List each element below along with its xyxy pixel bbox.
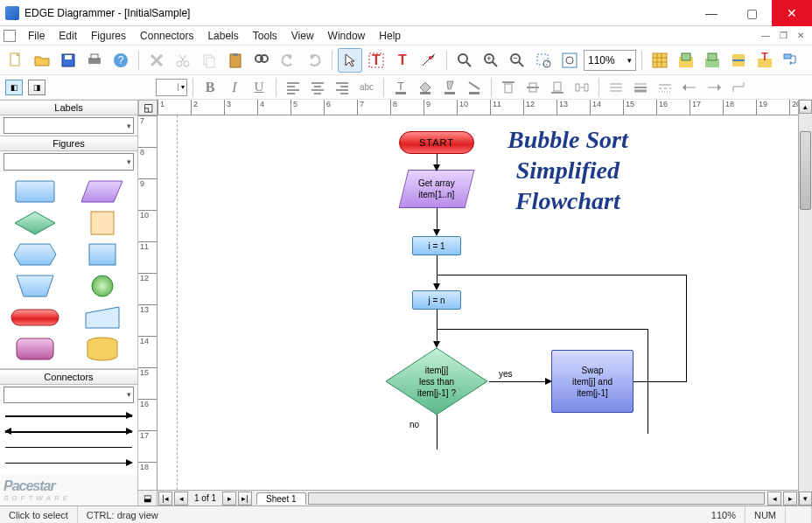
shape-rect2[interactable]	[73, 241, 133, 268]
menu-help[interactable]: Help	[372, 28, 408, 44]
save-button[interactable]	[56, 48, 80, 73]
snap-guide-button[interactable]	[726, 48, 751, 73]
vscrollbar[interactable]: ▴ ▾	[798, 100, 812, 506]
arrow-start-button[interactable]	[678, 77, 701, 98]
diagram-title[interactable]: Bubble SortSimplifiedFlowchart	[508, 124, 628, 216]
line-weight-button[interactable]	[629, 77, 652, 98]
shape-trapezoid[interactable]	[5, 272, 66, 300]
label-yes[interactable]: yes	[499, 369, 513, 379]
valign-mid-button[interactable]	[522, 77, 544, 98]
connector-arrow[interactable]	[5, 408, 132, 424]
label-no[interactable]: no	[410, 420, 419, 429]
copy-button[interactable]	[197, 48, 221, 73]
shape-square[interactable]	[73, 209, 133, 237]
mdi-system-icon[interactable]	[4, 30, 16, 42]
open-button[interactable]	[30, 48, 54, 73]
ruler-vertical[interactable]: 789101112131415161718	[138, 115, 158, 490]
node-start[interactable]: START	[399, 131, 474, 154]
connector-biarrow[interactable]	[5, 424, 132, 440]
mdi-close-button[interactable]: ✕	[793, 29, 808, 43]
print-button[interactable]	[82, 48, 107, 73]
cut-button[interactable]	[171, 48, 195, 73]
mdi-restore-button[interactable]: ❐	[775, 29, 791, 43]
text-tool[interactable]: T	[364, 48, 388, 73]
connector-tool[interactable]	[416, 48, 441, 73]
zoom-out-button[interactable]: −	[505, 48, 529, 73]
connector-thin-arrow[interactable]	[5, 456, 132, 471]
shape-cylinder[interactable]	[73, 335, 133, 363]
shape-hexagon[interactable]	[5, 241, 66, 268]
distribute-h-button[interactable]	[570, 77, 593, 98]
labels-header[interactable]: Labels	[0, 100, 137, 115]
next-page-button[interactable]: ▸	[222, 492, 236, 506]
abc-button[interactable]: abc	[355, 77, 378, 98]
menu-edit[interactable]: Edit	[52, 28, 84, 44]
close-button[interactable]: ✕	[772, 0, 812, 26]
ruler-corner[interactable]: ◱	[138, 100, 158, 115]
bold-button[interactable]: B	[199, 77, 221, 98]
mdi-minimize-button[interactable]: —	[758, 29, 774, 43]
vscroll-up[interactable]: ▴	[799, 100, 812, 114]
help-button[interactable]: ?	[108, 48, 133, 73]
align-right-button[interactable]	[331, 77, 354, 98]
paste-button[interactable]	[223, 48, 248, 73]
align-left-mini[interactable]: ◧	[5, 80, 23, 95]
underline-button[interactable]: U	[248, 77, 270, 98]
font-color-button[interactable]: T	[389, 77, 412, 98]
hscrollbar[interactable]	[308, 492, 765, 505]
shape-roundrect[interactable]	[5, 335, 66, 363]
new-button[interactable]	[4, 48, 28, 73]
hscroll-right[interactable]: ▸	[783, 492, 797, 506]
fill-button[interactable]	[414, 77, 437, 98]
connector-line[interactable]	[5, 440, 132, 456]
fill-color-swatch[interactable]: ▾	[156, 79, 187, 96]
snap-shape-button[interactable]	[700, 48, 724, 73]
canvas[interactable]: Bubble SortSimplifiedFlowchart START Get…	[158, 115, 798, 490]
arrow-end-button[interactable]	[703, 77, 725, 98]
find-button[interactable]	[249, 48, 274, 73]
figures-combo[interactable]	[4, 153, 134, 170]
ruler-horizontal[interactable]: 1234567891011121314151617181920	[158, 100, 798, 115]
snap-grid-button[interactable]	[674, 48, 698, 73]
align-right-mini[interactable]: ◨	[28, 80, 46, 95]
first-page-button[interactable]: |◂	[158, 492, 172, 506]
zoom-tool[interactable]	[452, 48, 477, 73]
valign-top-button[interactable]	[497, 77, 520, 98]
align-left-button[interactable]	[282, 77, 304, 98]
shape-manual[interactable]	[73, 303, 133, 331]
menu-file[interactable]: File	[21, 28, 52, 44]
undo-button[interactable]	[276, 48, 300, 73]
select-tool[interactable]	[338, 48, 362, 73]
menu-window[interactable]: Window	[321, 28, 373, 44]
figures-header[interactable]: Figures	[0, 136, 137, 151]
connectors-header[interactable]: Connectors	[0, 369, 137, 385]
highlight-button[interactable]	[438, 77, 461, 98]
node-decision[interactable]: item[j]less thanitem[j-1] ?	[384, 346, 489, 416]
routing-button[interactable]	[727, 77, 750, 98]
valign-bot-button[interactable]	[546, 77, 569, 98]
text-tool-2[interactable]: T	[390, 48, 415, 73]
node-init-j[interactable]: j = n	[412, 290, 461, 310]
redo-button[interactable]	[302, 48, 326, 73]
node-swap[interactable]: Swapitem[j] anditem[j-1]	[551, 350, 634, 413]
align-center-button[interactable]	[306, 77, 329, 98]
line-color-button[interactable]	[463, 77, 486, 98]
hscroll-left[interactable]: ◂	[767, 492, 781, 506]
node-input[interactable]: Get arrayitem[1..n]	[399, 170, 475, 208]
zoom-fit-button[interactable]	[557, 48, 582, 73]
last-page-button[interactable]: ▸|	[238, 492, 252, 506]
menu-labels[interactable]: Labels	[200, 28, 245, 44]
zoom-in-button[interactable]: +	[479, 48, 503, 73]
shape-terminator[interactable]	[5, 303, 66, 331]
node-init-i[interactable]: i = 1	[412, 236, 461, 255]
shape-diamond[interactable]	[5, 209, 66, 237]
menu-tools[interactable]: Tools	[246, 28, 284, 44]
prev-page-button[interactable]: ◂	[174, 492, 188, 506]
shape-circle[interactable]	[73, 272, 133, 300]
connectors-combo[interactable]	[4, 387, 134, 403]
shape-rect[interactable]	[5, 178, 66, 206]
menu-figures[interactable]: Figures	[84, 28, 133, 44]
labels-combo[interactable]	[4, 117, 134, 134]
zoom-combo[interactable]: 110%▾	[584, 50, 636, 71]
menu-connectors[interactable]: Connectors	[133, 28, 200, 44]
